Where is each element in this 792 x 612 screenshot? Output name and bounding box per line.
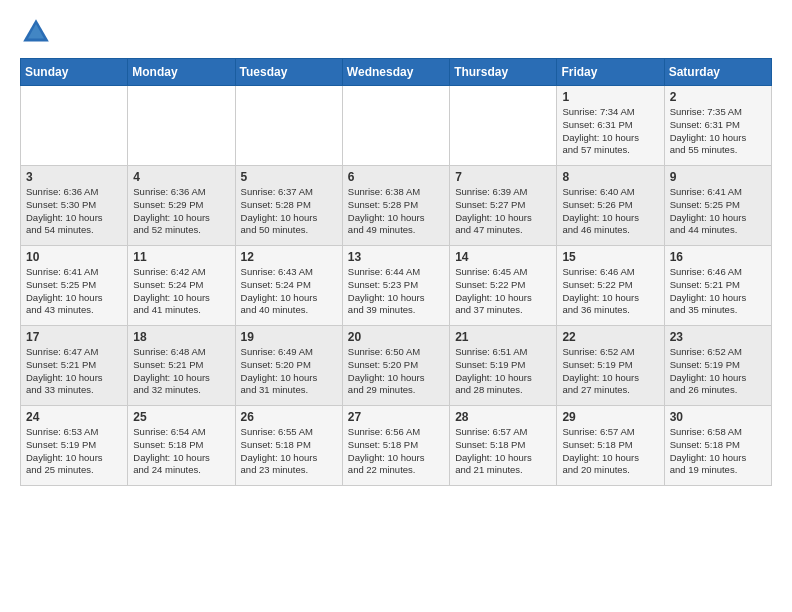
- calendar-cell: [21, 86, 128, 166]
- calendar-cell: 2Sunrise: 7:35 AM Sunset: 6:31 PM Daylig…: [664, 86, 771, 166]
- day-number: 2: [670, 90, 766, 104]
- calendar-week-2: 10Sunrise: 6:41 AM Sunset: 5:25 PM Dayli…: [21, 246, 772, 326]
- day-number: 8: [562, 170, 658, 184]
- header: [20, 16, 772, 48]
- day-info: Sunrise: 6:51 AM Sunset: 5:19 PM Dayligh…: [455, 346, 551, 397]
- day-info: Sunrise: 6:46 AM Sunset: 5:22 PM Dayligh…: [562, 266, 658, 317]
- day-number: 9: [670, 170, 766, 184]
- calendar-header-saturday: Saturday: [664, 59, 771, 86]
- day-info: Sunrise: 6:41 AM Sunset: 5:25 PM Dayligh…: [670, 186, 766, 237]
- day-info: Sunrise: 6:56 AM Sunset: 5:18 PM Dayligh…: [348, 426, 444, 477]
- day-info: Sunrise: 6:57 AM Sunset: 5:18 PM Dayligh…: [562, 426, 658, 477]
- calendar-cell: 7Sunrise: 6:39 AM Sunset: 5:27 PM Daylig…: [450, 166, 557, 246]
- day-info: Sunrise: 6:58 AM Sunset: 5:18 PM Dayligh…: [670, 426, 766, 477]
- day-number: 22: [562, 330, 658, 344]
- day-info: Sunrise: 6:52 AM Sunset: 5:19 PM Dayligh…: [562, 346, 658, 397]
- calendar-cell: 21Sunrise: 6:51 AM Sunset: 5:19 PM Dayli…: [450, 326, 557, 406]
- day-number: 21: [455, 330, 551, 344]
- day-number: 26: [241, 410, 337, 424]
- calendar-cell: 1Sunrise: 7:34 AM Sunset: 6:31 PM Daylig…: [557, 86, 664, 166]
- calendar-header-friday: Friday: [557, 59, 664, 86]
- calendar-header-row: SundayMondayTuesdayWednesdayThursdayFrid…: [21, 59, 772, 86]
- calendar-cell: 15Sunrise: 6:46 AM Sunset: 5:22 PM Dayli…: [557, 246, 664, 326]
- calendar-cell: 23Sunrise: 6:52 AM Sunset: 5:19 PM Dayli…: [664, 326, 771, 406]
- day-info: Sunrise: 6:43 AM Sunset: 5:24 PM Dayligh…: [241, 266, 337, 317]
- day-info: Sunrise: 6:47 AM Sunset: 5:21 PM Dayligh…: [26, 346, 122, 397]
- calendar-table: SundayMondayTuesdayWednesdayThursdayFrid…: [20, 58, 772, 486]
- day-info: Sunrise: 6:48 AM Sunset: 5:21 PM Dayligh…: [133, 346, 229, 397]
- calendar-header-sunday: Sunday: [21, 59, 128, 86]
- day-number: 14: [455, 250, 551, 264]
- calendar-cell: 28Sunrise: 6:57 AM Sunset: 5:18 PM Dayli…: [450, 406, 557, 486]
- calendar-header-monday: Monday: [128, 59, 235, 86]
- day-number: 18: [133, 330, 229, 344]
- day-number: 28: [455, 410, 551, 424]
- day-info: Sunrise: 6:38 AM Sunset: 5:28 PM Dayligh…: [348, 186, 444, 237]
- day-number: 15: [562, 250, 658, 264]
- calendar-week-3: 17Sunrise: 6:47 AM Sunset: 5:21 PM Dayli…: [21, 326, 772, 406]
- day-info: Sunrise: 6:42 AM Sunset: 5:24 PM Dayligh…: [133, 266, 229, 317]
- calendar-cell: 9Sunrise: 6:41 AM Sunset: 5:25 PM Daylig…: [664, 166, 771, 246]
- day-info: Sunrise: 6:41 AM Sunset: 5:25 PM Dayligh…: [26, 266, 122, 317]
- calendar-cell: 26Sunrise: 6:55 AM Sunset: 5:18 PM Dayli…: [235, 406, 342, 486]
- day-info: Sunrise: 6:52 AM Sunset: 5:19 PM Dayligh…: [670, 346, 766, 397]
- day-info: Sunrise: 6:50 AM Sunset: 5:20 PM Dayligh…: [348, 346, 444, 397]
- day-number: 10: [26, 250, 122, 264]
- day-number: 3: [26, 170, 122, 184]
- day-number: 12: [241, 250, 337, 264]
- calendar-week-0: 1Sunrise: 7:34 AM Sunset: 6:31 PM Daylig…: [21, 86, 772, 166]
- day-number: 20: [348, 330, 444, 344]
- calendar-cell: 25Sunrise: 6:54 AM Sunset: 5:18 PM Dayli…: [128, 406, 235, 486]
- day-number: 29: [562, 410, 658, 424]
- day-number: 17: [26, 330, 122, 344]
- day-number: 16: [670, 250, 766, 264]
- day-info: Sunrise: 7:34 AM Sunset: 6:31 PM Dayligh…: [562, 106, 658, 157]
- day-info: Sunrise: 6:44 AM Sunset: 5:23 PM Dayligh…: [348, 266, 444, 317]
- calendar-cell: 12Sunrise: 6:43 AM Sunset: 5:24 PM Dayli…: [235, 246, 342, 326]
- calendar-week-4: 24Sunrise: 6:53 AM Sunset: 5:19 PM Dayli…: [21, 406, 772, 486]
- day-number: 25: [133, 410, 229, 424]
- calendar-cell: [450, 86, 557, 166]
- calendar-cell: 20Sunrise: 6:50 AM Sunset: 5:20 PM Dayli…: [342, 326, 449, 406]
- day-number: 6: [348, 170, 444, 184]
- calendar-cell: 14Sunrise: 6:45 AM Sunset: 5:22 PM Dayli…: [450, 246, 557, 326]
- day-info: Sunrise: 6:46 AM Sunset: 5:21 PM Dayligh…: [670, 266, 766, 317]
- day-info: Sunrise: 6:49 AM Sunset: 5:20 PM Dayligh…: [241, 346, 337, 397]
- calendar-cell: 30Sunrise: 6:58 AM Sunset: 5:18 PM Dayli…: [664, 406, 771, 486]
- day-info: Sunrise: 6:53 AM Sunset: 5:19 PM Dayligh…: [26, 426, 122, 477]
- calendar-header-tuesday: Tuesday: [235, 59, 342, 86]
- day-info: Sunrise: 6:36 AM Sunset: 5:30 PM Dayligh…: [26, 186, 122, 237]
- calendar-cell: [235, 86, 342, 166]
- calendar-cell: 5Sunrise: 6:37 AM Sunset: 5:28 PM Daylig…: [235, 166, 342, 246]
- day-number: 4: [133, 170, 229, 184]
- calendar-cell: 16Sunrise: 6:46 AM Sunset: 5:21 PM Dayli…: [664, 246, 771, 326]
- calendar-cell: 17Sunrise: 6:47 AM Sunset: 5:21 PM Dayli…: [21, 326, 128, 406]
- calendar-cell: 22Sunrise: 6:52 AM Sunset: 5:19 PM Dayli…: [557, 326, 664, 406]
- logo-icon: [20, 16, 52, 48]
- logo: [20, 16, 56, 48]
- calendar-cell: 24Sunrise: 6:53 AM Sunset: 5:19 PM Dayli…: [21, 406, 128, 486]
- day-number: 13: [348, 250, 444, 264]
- calendar-cell: 29Sunrise: 6:57 AM Sunset: 5:18 PM Dayli…: [557, 406, 664, 486]
- day-number: 7: [455, 170, 551, 184]
- day-info: Sunrise: 7:35 AM Sunset: 6:31 PM Dayligh…: [670, 106, 766, 157]
- day-info: Sunrise: 6:54 AM Sunset: 5:18 PM Dayligh…: [133, 426, 229, 477]
- day-number: 24: [26, 410, 122, 424]
- day-number: 27: [348, 410, 444, 424]
- day-number: 19: [241, 330, 337, 344]
- day-info: Sunrise: 6:55 AM Sunset: 5:18 PM Dayligh…: [241, 426, 337, 477]
- calendar-cell: 13Sunrise: 6:44 AM Sunset: 5:23 PM Dayli…: [342, 246, 449, 326]
- calendar-week-1: 3Sunrise: 6:36 AM Sunset: 5:30 PM Daylig…: [21, 166, 772, 246]
- calendar-cell: 4Sunrise: 6:36 AM Sunset: 5:29 PM Daylig…: [128, 166, 235, 246]
- day-number: 11: [133, 250, 229, 264]
- calendar-header-wednesday: Wednesday: [342, 59, 449, 86]
- calendar-cell: 19Sunrise: 6:49 AM Sunset: 5:20 PM Dayli…: [235, 326, 342, 406]
- day-number: 23: [670, 330, 766, 344]
- calendar-cell: 18Sunrise: 6:48 AM Sunset: 5:21 PM Dayli…: [128, 326, 235, 406]
- calendar-cell: 11Sunrise: 6:42 AM Sunset: 5:24 PM Dayli…: [128, 246, 235, 326]
- calendar-cell: 6Sunrise: 6:38 AM Sunset: 5:28 PM Daylig…: [342, 166, 449, 246]
- calendar-cell: [128, 86, 235, 166]
- day-number: 30: [670, 410, 766, 424]
- calendar-cell: 27Sunrise: 6:56 AM Sunset: 5:18 PM Dayli…: [342, 406, 449, 486]
- day-info: Sunrise: 6:40 AM Sunset: 5:26 PM Dayligh…: [562, 186, 658, 237]
